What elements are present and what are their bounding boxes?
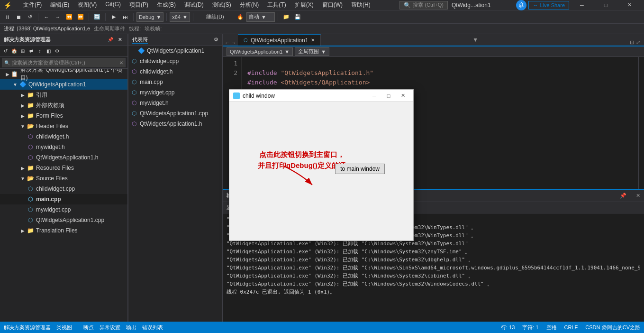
search-icon-small: 🔍 — [4, 60, 10, 65]
menu-git[interactable]: Git(G) — [101, 0, 125, 10]
tb-home-icon[interactable]: 🏠 — [10, 47, 18, 55]
mywidget-h-label: mywidget.h — [36, 144, 65, 150]
save-btn[interactable]: 💾 — [292, 12, 303, 22]
minimize-button[interactable]: ─ — [571, 0, 593, 10]
fwd-btn[interactable]: → — [53, 12, 63, 22]
menu-window[interactable]: 窗口(W) — [318, 0, 346, 10]
symbols-item-1[interactable]: ⬡ childwidget.cpp — [128, 56, 222, 66]
tree-external[interactable]: ▶ 📁 外部依赖项 — [0, 100, 127, 111]
menu-analyze[interactable]: 分析(N) — [236, 0, 263, 10]
tree-yinyong[interactable]: ▶ 📁 引用 — [0, 90, 127, 100]
editor-split-icon[interactable]: ⊡ — [630, 39, 634, 46]
tb-sync-icon[interactable]: ⇄ — [27, 47, 35, 55]
menu-debug[interactable]: 调试(D) — [181, 0, 208, 10]
pause-btn[interactable]: ⏸ — [2, 12, 12, 22]
fire-icon-btn[interactable]: 🔥 — [235, 12, 245, 22]
output-close-icon[interactable]: ✕ — [636, 193, 640, 199]
editor-expand-icon[interactable]: ⤢ — [636, 39, 640, 46]
solution-node[interactable]: ▶ 📋 解决方案 'QtWidgetsApplication1'(1 个项目) — [0, 69, 127, 79]
symbols-item-0[interactable]: 🔷 QtWidgetsApplication1 — [128, 46, 222, 56]
editor-fwd-icon[interactable]: → — [231, 40, 236, 46]
status-error-list[interactable]: 错误列表 — [142, 324, 163, 331]
status-output-tab[interactable]: 输出 — [126, 324, 136, 331]
status-class-view[interactable]: 类视图 — [56, 324, 72, 331]
menu-test[interactable]: 测试(S) — [209, 0, 235, 10]
tree-mywidget-h[interactable]: ⬡ mywidget.h — [0, 142, 127, 152]
symbols-item-4[interactable]: ⬡ mywidget.cpp — [128, 87, 222, 98]
editor-tab-dropdown[interactable]: ▼ — [469, 34, 482, 46]
symbols-item-7[interactable]: ⬡ QtWidgetsApplication1.h — [128, 119, 222, 129]
platform-dropdown[interactable]: x64 ▼ — [170, 12, 190, 22]
tree-resourcefiles[interactable]: ▶ 📁 Resource Files — [0, 163, 127, 173]
stop-btn[interactable]: ⏹ — [13, 12, 24, 22]
symbols-item-2[interactable]: ⬡ childwidget.h — [128, 66, 222, 77]
btn5[interactable]: 🔄 — [92, 12, 102, 22]
folder-btn[interactable]: 📁 — [281, 12, 291, 22]
tree-sourcefiles[interactable]: ▼ 📂 Source Files — [0, 173, 127, 184]
search-clear-icon[interactable]: ✕ — [119, 60, 123, 65]
menu-project[interactable]: 项目(P) — [126, 0, 152, 10]
back-btn[interactable]: ← — [41, 12, 52, 22]
menu-file[interactable]: 文件(F) — [19, 0, 45, 10]
tb-settings-icon[interactable]: ⚙ — [53, 47, 61, 55]
restore-button[interactable]: □ — [595, 0, 617, 10]
menu-view[interactable]: 视图(V) — [74, 0, 100, 10]
symbols-settings-icon[interactable]: ⚙ — [214, 37, 218, 43]
auto-dropdown[interactable]: 自动 ▼ — [246, 12, 275, 22]
debug-config-dropdown[interactable]: Debug ▼ — [136, 12, 163, 22]
menu-tools[interactable]: 工具(T) — [263, 0, 290, 10]
editor-scrollbar[interactable] — [638, 57, 644, 189]
restart-btn[interactable]: ↺ — [25, 12, 35, 22]
tree-translationfiles[interactable]: ▶ 📁 Translation Files — [0, 225, 127, 236]
editor-back-icon[interactable]: ← — [225, 40, 230, 46]
live-share-button[interactable]: ↔ Live Share — [528, 1, 569, 9]
child-window-minimize[interactable]: ─ — [368, 91, 381, 101]
tb-expand-icon[interactable]: ↕ — [36, 47, 44, 55]
tree-headerfiles[interactable]: ▼ 📂 Header Files — [0, 121, 127, 131]
tree-formfiles[interactable]: ▶ 📁 Form Files — [0, 111, 127, 121]
symbols-item-5[interactable]: ⬡ mywidget.h — [128, 98, 222, 108]
status-solution-explorer[interactable]: 解决方案资源管理器 — [4, 324, 51, 331]
tab-close-icon[interactable]: ✕ — [311, 37, 315, 43]
scope-file-dropdown[interactable]: QtWidgetsApplication1 ▼ — [227, 47, 293, 56]
continue-btn[interactable]: 继续(D) — [196, 12, 234, 22]
tb-view-icon[interactable]: ◧ — [45, 47, 52, 55]
to-main-window-button[interactable]: to main window — [335, 164, 385, 174]
btn3[interactable]: ⏪ — [64, 12, 74, 22]
status-exceptions[interactable]: 异常设置 — [100, 324, 120, 331]
tb-filter-icon[interactable]: ⊞ — [19, 47, 27, 55]
tree-qtwidgets-h[interactable]: ⬡ QtWidgetsApplication1.h — [0, 152, 127, 163]
btn7[interactable]: ⏭ — [120, 12, 130, 22]
menu-edit[interactable]: 编辑(E) — [46, 0, 73, 10]
btn6[interactable]: ▶ — [109, 12, 119, 22]
child-window-title-label: child window — [243, 92, 275, 99]
output-pin-icon[interactable]: 📌 — [620, 193, 626, 199]
symbols-item-3[interactable]: ⬡ main.cpp — [128, 77, 222, 87]
tree-main-cpp[interactable]: ⬡ main.cpp — [0, 194, 127, 204]
symbols-item-6[interactable]: ⬡ QtWidgetsApplication1.cpp — [128, 108, 222, 119]
child-window-restore[interactable]: □ — [382, 91, 395, 101]
scope-global-dropdown[interactable]: 全局范围 ▼ — [295, 47, 329, 56]
status-breakpoints[interactable]: 断点 — [83, 324, 94, 331]
close-button[interactable]: ✕ — [618, 0, 640, 10]
symbols-tab[interactable]: 代表符 — [132, 36, 148, 44]
tree-childwidget-h[interactable]: ⬡ childwidget.h — [0, 131, 127, 142]
sidebar-pin-icon[interactable]: 📌 — [107, 36, 114, 44]
symbols-icon-3: ⬡ — [130, 78, 138, 86]
process-info: 进程: [3868] QtWidgetsApplication1.e — [4, 25, 90, 32]
tree-mywidget-cpp[interactable]: ⬡ mywidget.cpp — [0, 204, 127, 215]
menu-build[interactable]: 生成(B) — [153, 0, 180, 10]
user-avatar[interactable]: 彦 — [516, 0, 526, 10]
tab-file-icon: ⬡ — [244, 37, 248, 43]
btn4[interactable]: ⏩ — [75, 12, 86, 22]
menu-extensions[interactable]: 扩展(X) — [291, 0, 317, 10]
tree-childwidget-cpp[interactable]: ⬡ childwidget.cpp — [0, 184, 127, 194]
editor-tab-main[interactable]: ⬡ QtWidgetsApplication1 ✕ — [238, 34, 321, 46]
sidebar-close-icon[interactable]: ✕ — [116, 36, 124, 44]
sidebar-search-bar[interactable]: 🔍 搜索解决方案资源管理器(Ctrl+;) ✕ — [2, 58, 126, 67]
tb-refresh-icon[interactable]: ↺ — [2, 47, 9, 55]
search-bar[interactable]: 🔍 搜索 (Ctrl+Q) — [399, 1, 447, 9]
menu-help[interactable]: 帮助(H) — [347, 0, 374, 10]
child-window-close[interactable]: ✕ — [396, 91, 409, 101]
tree-qtwidgets-cpp[interactable]: ⬡ QtWidgetsApplication1.cpp — [0, 215, 127, 225]
